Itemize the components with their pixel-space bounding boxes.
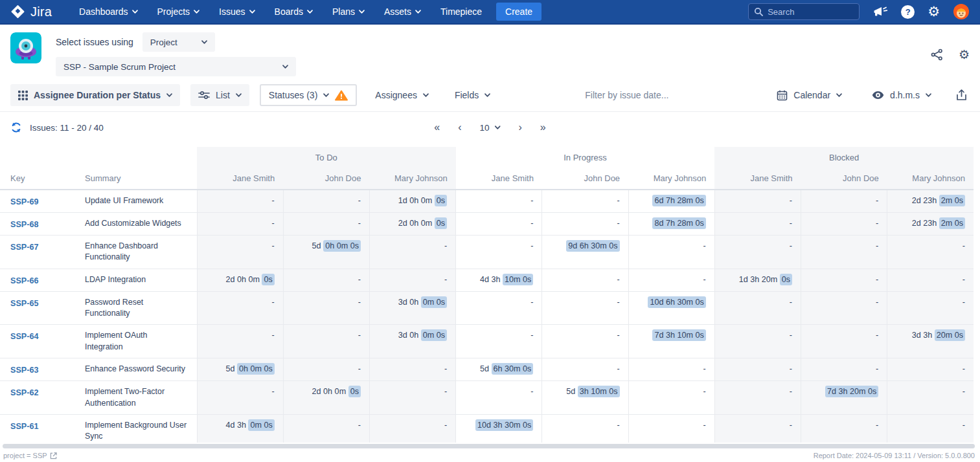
statuses-label: Statuses (3): [269, 90, 317, 100]
nav-item-plans[interactable]: Plans: [332, 6, 365, 17]
toolbar-right: Calendar d.h.m.s: [769, 84, 970, 106]
report-type-dropdown[interactable]: Assignee Duration per Status: [10, 84, 180, 106]
duration-cell: 2d 0h 0m 0s: [369, 213, 455, 236]
issue-key-link[interactable]: SSP-62: [10, 388, 38, 397]
issue-key-link[interactable]: SSP-69: [10, 197, 38, 206]
chevron-down-icon: [484, 93, 490, 97]
column-header-assignee: Jane Smith: [456, 168, 542, 190]
selected-duration-text: 3h 10m 0s: [578, 386, 620, 397]
project-dropdown[interactable]: SSP - Sample Scrum Project: [56, 57, 296, 76]
report-settings-gear-icon[interactable]: ⚙: [959, 49, 970, 61]
issue-key-link[interactable]: SSP-64: [10, 332, 38, 341]
jira-logo-icon: [10, 4, 25, 19]
next-page-button[interactable]: ›: [519, 122, 522, 133]
duration-cell: 3d 0h 0m 0s: [369, 291, 455, 325]
issue-key-link[interactable]: SSP-67: [10, 243, 38, 252]
column-header-summary: Summary: [76, 168, 197, 190]
nav-item-assets[interactable]: Assets: [384, 6, 421, 17]
jira-logo[interactable]: Jira: [10, 4, 52, 19]
project-value: SSP - Sample Scrum Project: [63, 62, 176, 72]
column-header-assignee: Jane Smith: [714, 168, 801, 190]
issue-key-link[interactable]: SSP-63: [10, 366, 38, 375]
duration-cell: 4d 3h 0m 0s: [197, 414, 283, 443]
first-page-button[interactable]: «: [434, 122, 440, 133]
nav-item-label: Projects: [157, 6, 190, 17]
search-box[interactable]: [748, 3, 860, 20]
calendar-dropdown[interactable]: Calendar: [769, 84, 850, 106]
share-icon[interactable]: [931, 49, 943, 61]
selected-duration-text: 10d 6h 30m 0s: [648, 296, 705, 308]
issues-pagination-row: Issues: 11 - 20 / 40 « ‹ 10 › »: [0, 112, 980, 143]
duration-cell: -: [456, 325, 542, 358]
duration-format-label: d.h.m.s: [890, 90, 920, 100]
selected-duration-text: 10d 3h 30m 0s: [475, 419, 533, 431]
duration-cell: 5d 3h 10m 0s: [542, 381, 628, 415]
issue-key-link[interactable]: SSP-66: [10, 276, 38, 285]
chevron-down-icon: [201, 40, 207, 44]
duration-cell: 1d 0h 0m 0s: [369, 190, 455, 213]
issue-row: SSP-68Add Customizable Widgets--2d 0h 0m…: [0, 213, 974, 236]
issue-row: SSP-62Implement Two-FactorAuthentication…: [0, 381, 974, 415]
chevron-down-icon: [415, 10, 421, 14]
user-avatar[interactable]: [953, 3, 970, 20]
duration-cell: -: [887, 269, 974, 291]
assignees-dropdown[interactable]: Assignees: [367, 84, 437, 106]
issue-key-link[interactable]: SSP-68: [10, 220, 38, 229]
announcement-megaphone-icon[interactable]: [872, 5, 888, 18]
duration-cell: -: [542, 414, 628, 443]
fields-dropdown[interactable]: Fields: [447, 84, 498, 106]
issue-key-link[interactable]: SSP-65: [10, 299, 38, 308]
duration-cell: -: [197, 236, 283, 269]
assignees-label: Assignees: [375, 90, 417, 100]
nav-item-dashboards[interactable]: Dashboards: [79, 6, 138, 17]
search-input[interactable]: [768, 7, 845, 17]
duration-format-dropdown[interactable]: d.h.m.s: [864, 84, 939, 106]
statuses-dropdown[interactable]: Statuses (3): [260, 84, 357, 106]
duration-cell: -: [887, 236, 974, 269]
calendar-label: Calendar: [793, 90, 830, 100]
admin-gear-icon[interactable]: ⚙: [928, 5, 940, 19]
duration-cell: 7d 3h 20m 0s: [801, 381, 887, 415]
issue-row: SSP-66LDAP Integration2d 0h 0m 0s--4d 3h…: [0, 269, 974, 291]
chevron-down-icon: [836, 93, 842, 97]
column-header-key: Key: [0, 168, 76, 190]
issue-summary: Enhance Password Security: [76, 358, 197, 381]
prev-page-button[interactable]: ‹: [458, 122, 461, 133]
duration-cell: -: [197, 381, 283, 415]
app-icon: [10, 32, 41, 63]
duration-cell: -: [801, 213, 887, 236]
column-header-assignee: John Doe: [542, 168, 628, 190]
page-footer: project = SSP Report Date: 2024-05-09 13…: [0, 448, 980, 462]
duration-cell: -: [714, 381, 801, 415]
duration-cell: -: [283, 291, 369, 325]
last-page-button[interactable]: »: [540, 122, 546, 133]
footer-report-info: Report Date: 2024-05-09 13:11 / Version:…: [814, 452, 975, 459]
horizontal-scrollbar[interactable]: [3, 444, 975, 448]
view-dropdown[interactable]: List: [190, 84, 249, 106]
nav-item-label: Boards: [275, 6, 303, 17]
select-mode-dropdown[interactable]: Project: [142, 32, 215, 52]
export-button[interactable]: [953, 84, 970, 106]
nav-item-timepiece[interactable]: Timepiece: [440, 6, 482, 17]
create-button[interactable]: Create: [496, 3, 541, 21]
report-header-actions: ⚙: [931, 49, 970, 61]
issue-key-link[interactable]: SSP-61: [10, 422, 38, 431]
calendar-icon: [777, 90, 788, 101]
nav-item-projects[interactable]: Projects: [157, 6, 200, 17]
duration-cell: 2d 23h 2m 0s: [887, 190, 974, 213]
page-size-dropdown[interactable]: 10: [479, 123, 500, 133]
help-icon[interactable]: ?: [901, 5, 915, 19]
nav-item-boards[interactable]: Boards: [275, 6, 313, 17]
chevron-down-icon: [282, 65, 288, 69]
select-issues-label: Select issues using: [56, 37, 133, 47]
duration-cell: -: [801, 190, 887, 213]
column-header-assignee: John Doe: [283, 168, 369, 190]
issue-row: SSP-69Update UI Framework--1d 0h 0m 0s--…: [0, 190, 974, 213]
duration-cell: 9d 6h 30m 0s: [542, 236, 628, 269]
external-link-icon[interactable]: [50, 452, 57, 459]
nav-item-issues[interactable]: Issues: [219, 6, 255, 17]
header-corner: [0, 147, 197, 168]
issue-date-filter-input[interactable]: [585, 90, 714, 100]
sliders-icon: [198, 91, 210, 100]
refresh-button[interactable]: [10, 122, 22, 133]
